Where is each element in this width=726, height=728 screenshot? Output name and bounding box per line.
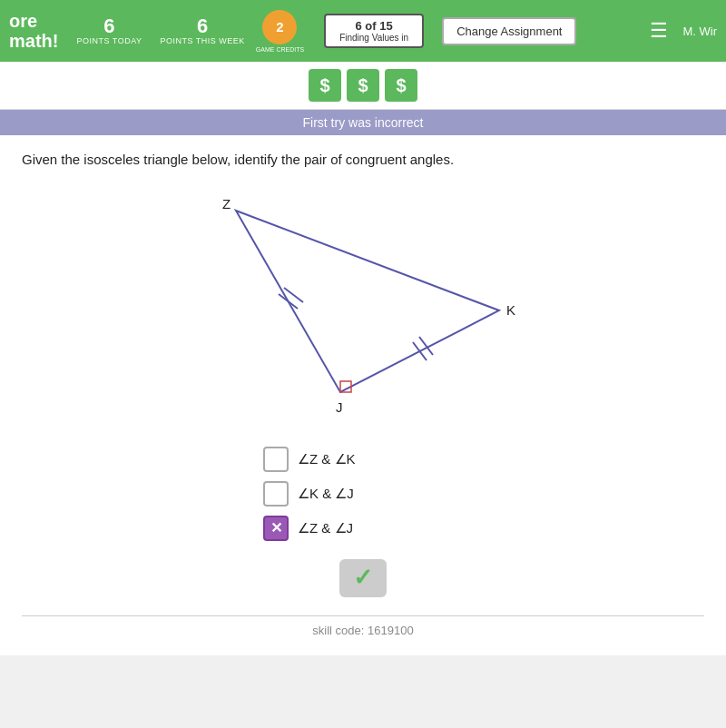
points-week-block: 6 POINTS THIS WEEK — [160, 16, 244, 45]
answer-choices: ∠Z & ∠K ∠K & ∠J ✕ ∠Z & ∠J — [22, 447, 704, 541]
points-week-label: POINTS THIS WEEK — [160, 36, 244, 45]
reward-icon-1: $ — [309, 69, 341, 102]
triangle-shape — [236, 211, 499, 392]
skill-code: skill code: 1619100 — [22, 624, 704, 644]
game-credits-value: 2 — [262, 10, 297, 44]
vertex-z-label: Z — [222, 196, 231, 212]
question-text: Given the isosceles triangle below, iden… — [22, 150, 704, 171]
choice-label-3: ∠Z & ∠J — [298, 520, 353, 536]
check-answer-button[interactable]: ✓ — [339, 559, 387, 597]
vertex-k-label: K — [506, 302, 515, 318]
assignment-progress: 6 of 15 — [335, 19, 413, 33]
feedback-message: First try was incorrect — [302, 115, 423, 130]
change-assignment-button[interactable]: Change Assignment — [442, 17, 576, 45]
points-today-label: POINTS TODAY — [76, 36, 142, 45]
wrong-x-icon: ✕ — [270, 519, 282, 536]
menu-icon[interactable]: ☰ — [650, 19, 668, 43]
assignment-info: 6 of 15 Finding Values in — [324, 14, 424, 48]
reward-icon-3: $ — [385, 69, 417, 102]
points-today-value: 6 — [103, 16, 114, 36]
vertex-j-label: J — [336, 399, 343, 415]
brand-logo: ore math! — [9, 11, 58, 51]
assignment-topic: Finding Values in — [335, 33, 413, 43]
user-name: M. Wir — [682, 25, 717, 38]
choice-row-3: ✕ ∠Z & ∠J — [263, 516, 463, 541]
game-credits-label: GAME CREDITS — [256, 46, 304, 53]
main-content: Given the isosceles triangle below, iden… — [0, 135, 726, 655]
triangle-svg: Z K J — [182, 183, 544, 428]
checkmark-icon: ✓ — [353, 564, 373, 592]
choice-box-2[interactable] — [263, 481, 289, 507]
reward-icon-2: $ — [347, 69, 379, 102]
choice-label-1: ∠Z & ∠K — [298, 451, 356, 467]
choice-row-2: ∠K & ∠J — [263, 481, 463, 507]
feedback-bar: First try was incorrect — [0, 110, 726, 135]
submit-area: ✓ — [22, 559, 704, 597]
choice-box-1[interactable] — [263, 447, 289, 472]
reward-bar: $ $ $ — [0, 62, 726, 110]
points-today-block: 6 POINTS TODAY — [76, 16, 142, 45]
choice-box-3[interactable]: ✕ — [263, 516, 289, 541]
divider — [22, 615, 704, 616]
points-week-value: 6 — [197, 16, 208, 36]
choice-row-1: ∠Z & ∠K — [263, 447, 463, 472]
game-credits-block: 2 GAME CREDITS — [256, 10, 304, 53]
top-navigation: ore math! 6 POINTS TODAY 6 POINTS THIS W… — [0, 0, 726, 62]
choice-label-2: ∠K & ∠J — [298, 486, 354, 502]
triangle-diagram: Z K J — [22, 183, 704, 428]
